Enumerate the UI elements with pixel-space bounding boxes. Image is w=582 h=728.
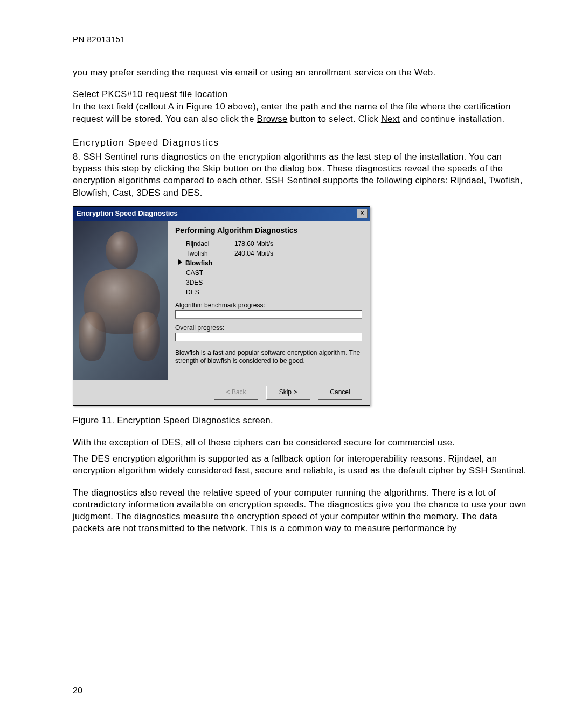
algo-name: CAST bbox=[186, 269, 234, 277]
next-link: Next bbox=[381, 114, 400, 123]
section2-paragraph: 8. SSH Sentinel runs diagnostics on the … bbox=[73, 150, 528, 198]
algo-row-rijndael: Rijndael 178.60 Mbit/s bbox=[175, 240, 362, 248]
algo-speed: 240.04 Mbit/s bbox=[234, 250, 273, 257]
section1-paragraph: In the text field (callout A in Figure 1… bbox=[73, 100, 528, 125]
cancel-button[interactable]: Cancel bbox=[318, 386, 362, 400]
dialog-sidebar-image bbox=[73, 221, 168, 380]
algo-description: Blowfish is a fast and popular software … bbox=[175, 349, 362, 366]
algo-speed: 178.60 Mbit/s bbox=[234, 240, 273, 248]
algo-name: Rijndael bbox=[186, 240, 234, 248]
text-fragment: button to select. Click bbox=[287, 114, 381, 123]
intro-paragraph: you may prefer sending the request via e… bbox=[73, 66, 528, 78]
after-p3: The diagnostics also reveal the relative… bbox=[73, 486, 528, 534]
dialog-title: Encryption Speed Diagnostics bbox=[77, 209, 178, 217]
figure-caption: Figure 11. Encryption Speed Diagnostics … bbox=[73, 415, 528, 425]
algo-row-blowfish: Blowfish bbox=[175, 259, 362, 267]
algo-row-3des: 3DES bbox=[175, 279, 362, 286]
dialog-heading: Performing Algorithm Diagnostics bbox=[175, 226, 362, 235]
dialog-titlebar: Encryption Speed Diagnostics × bbox=[73, 207, 370, 221]
section-heading-diagnostics: Encryption Speed Diagnostics bbox=[73, 138, 528, 148]
close-icon[interactable]: × bbox=[357, 209, 368, 218]
algo-row-twofish: Twofish 240.04 Mbit/s bbox=[175, 250, 362, 257]
browse-link: Browse bbox=[257, 114, 288, 123]
after-p1: With the exception of DES, all of these … bbox=[73, 436, 528, 448]
text-fragment: and continue installation. bbox=[400, 114, 504, 123]
play-icon bbox=[178, 259, 182, 265]
after-p2: The DES encryption algorithm is supporte… bbox=[73, 452, 528, 477]
algo-name: 3DES bbox=[186, 279, 234, 286]
algo-row-cast: CAST bbox=[175, 269, 362, 277]
page-number: 20 bbox=[73, 686, 82, 696]
section-heading-pkcs: Select PKCS#10 request file location bbox=[73, 89, 528, 99]
skip-button[interactable]: Skip > bbox=[266, 386, 310, 400]
overall-progress-bar bbox=[175, 333, 362, 341]
algo-progress-bar bbox=[175, 310, 362, 319]
dialog-button-row: < Back Skip > Cancel bbox=[73, 380, 370, 405]
algo-name: Blowfish bbox=[185, 259, 234, 267]
diagnostics-dialog: Encryption Speed Diagnostics × Performin… bbox=[73, 206, 370, 406]
back-button: < Back bbox=[214, 386, 258, 400]
algo-name: DES bbox=[186, 289, 234, 296]
overall-progress-label: Overall progress: bbox=[175, 324, 362, 332]
algo-name: Twofish bbox=[186, 250, 234, 257]
algo-row-des: DES bbox=[175, 289, 362, 296]
algo-progress-label: Algorithm benchmark progress: bbox=[175, 301, 362, 309]
document-header: PN 82013151 bbox=[73, 35, 528, 44]
